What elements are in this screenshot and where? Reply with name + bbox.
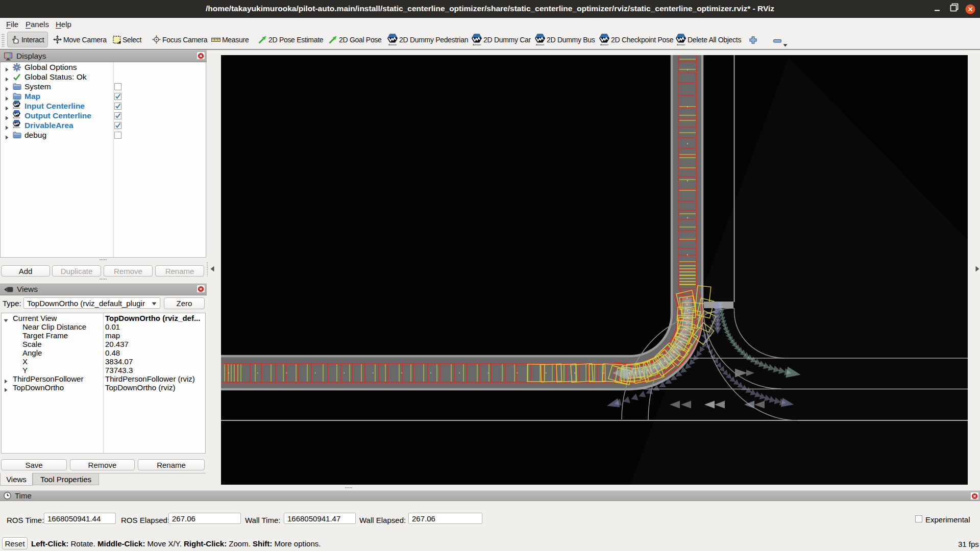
svg-text:Autoware: Autoware — [388, 43, 397, 45]
svg-text:Autoware: Autoware — [600, 43, 609, 45]
svg-text:Autoware: Autoware — [13, 127, 20, 129]
svg-text:Autoware: Autoware — [473, 43, 481, 45]
svg-text:Autoware: Autoware — [536, 43, 545, 45]
svg-text:Autoware: Autoware — [13, 117, 20, 119]
svg-text:Autoware: Autoware — [13, 107, 20, 109]
svg-text:Autoware: Autoware — [677, 43, 685, 45]
